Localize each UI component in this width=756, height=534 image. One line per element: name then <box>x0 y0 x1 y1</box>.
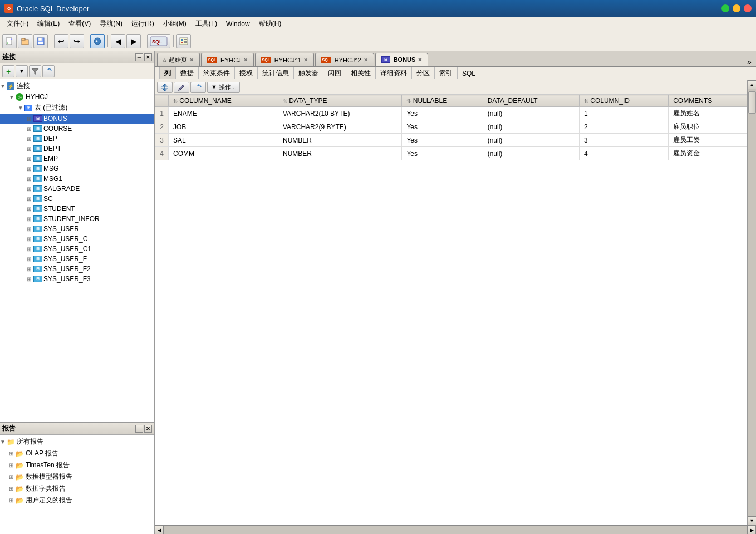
tree-item-data-modeler-reports[interactable]: ⊞ 📂 数据模型器报告 <box>0 471 154 483</box>
tree-item-timesten-reports[interactable]: ⊞ 📂 TimesTen 报告 <box>0 459 154 471</box>
scroll-track[interactable] <box>748 89 757 516</box>
subtab-constraints[interactable]: 约束条件 <box>199 67 235 79</box>
tree-item-sys-user-f[interactable]: ⊞ ⊟ SYS_USER_F <box>0 254 154 264</box>
toolbar-save-btn[interactable] <box>33 34 48 48</box>
tab-bonus[interactable]: ⊟ BONUS ✕ <box>375 53 429 66</box>
subtab-columns[interactable]: 列 <box>159 67 176 79</box>
col-data-default[interactable]: DATA_DEFAULT <box>483 95 579 107</box>
subtab-dependencies[interactable]: 相关性 <box>346 67 376 79</box>
tree-item-connections[interactable]: ▼ ⚡ 连接 <box>0 80 154 92</box>
subtab-triggers[interactable]: 触发器 <box>294 67 323 79</box>
menu-run[interactable]: 运行(R) <box>127 18 159 30</box>
tree-item-student-infor[interactable]: ⊞ ⊟ STUDENT_INFOR <box>0 214 154 224</box>
tab-hyhcj1[interactable]: SQL HYHCJ^1 ✕ <box>255 53 314 66</box>
tree-item-student[interactable]: ⊞ ⊟ STUDENT <box>0 204 154 214</box>
pane-close-btn[interactable]: ✕ <box>144 53 152 61</box>
tree-item-user-defined-reports[interactable]: ⊞ 📂 用户定义的报告 <box>0 494 154 506</box>
scroll-right-btn[interactable]: ▶ <box>747 526 756 535</box>
horizontal-scrollbar[interactable]: ◀ ▶ <box>155 525 756 534</box>
table-row[interactable]: 3 SAL NUMBER Yes (null) 3 雇员工资 <box>155 134 747 147</box>
table-row[interactable]: 4 COMM NUMBER Yes (null) 4 雇员资金 <box>155 147 747 160</box>
toggle-dep[interactable]: ⊞ <box>27 136 33 142</box>
toggle-emp[interactable]: ⊞ <box>27 156 33 162</box>
edit-btn[interactable] <box>174 82 189 93</box>
hyhcj-tab-close[interactable]: ✕ <box>243 57 248 63</box>
col-comments[interactable]: COMMENTS <box>669 95 747 107</box>
filter-btn[interactable] <box>29 65 41 77</box>
tree-item-msg1[interactable]: ⊞ ⊟ MSG1 <box>0 174 154 184</box>
toggle-timesten[interactable]: ⊞ <box>9 462 16 468</box>
qishi-tab-close[interactable]: ✕ <box>189 57 194 63</box>
tree-item-data-dict-reports[interactable]: ⊞ 📂 数据字典报告 <box>0 483 154 494</box>
toggle-data-modeler[interactable]: ⊞ <box>9 474 16 480</box>
menu-team[interactable]: 小组(M) <box>159 18 191 30</box>
toggle-sys-user-c[interactable]: ⊞ <box>27 236 33 242</box>
toolbar-new-btn[interactable]: + <box>2 34 17 48</box>
toggle-course[interactable]: ⊞ <box>27 126 33 132</box>
toggle-student-infor[interactable]: ⊞ <box>27 216 33 222</box>
tree-item-dept[interactable]: ⊞ ⊟ DEPT <box>0 144 154 154</box>
tree-item-tables-folder[interactable]: ▼ ⊞ 表 (已过滤) <box>0 102 154 114</box>
right-vertical-scrollbar[interactable]: ▲ ▼ <box>747 80 756 525</box>
subtab-flashback[interactable]: 闪回 <box>323 67 346 79</box>
col-data-type[interactable]: ⇅ DATA_TYPE <box>278 95 402 107</box>
toggle-user-defined[interactable]: ⊞ <box>9 497 16 503</box>
tree-item-sys-user-f3[interactable]: ⊞ ⊟ SYS_USER_F3 <box>0 274 154 284</box>
hyhcj1-tab-close[interactable]: ✕ <box>303 57 308 63</box>
toolbar-connect-btn[interactable]: + <box>90 34 105 48</box>
toggle-sys-user[interactable]: ⊞ <box>27 226 33 232</box>
tree-item-dep[interactable]: ⊞ ⊟ DEP <box>0 134 154 144</box>
subtab-grants[interactable]: 授权 <box>235 67 258 79</box>
col-column-name[interactable]: ⇅ COLUMN_NAME <box>169 95 278 107</box>
col-column-id[interactable]: ⇅ COLUMN_ID <box>579 95 668 107</box>
menu-tools[interactable]: 工具(T) <box>191 18 222 30</box>
tree-item-sys-user-c1[interactable]: ⊞ ⊟ SYS_USER_C1 <box>0 244 154 254</box>
tree-item-emp[interactable]: ⊞ ⊟ EMP <box>0 154 154 164</box>
report-pane-minimize-btn[interactable]: ─ <box>135 425 143 433</box>
refresh-table-btn[interactable] <box>190 82 206 93</box>
toggle-msg[interactable]: ⊞ <box>27 166 33 172</box>
menu-view[interactable]: 查看(V) <box>64 18 95 30</box>
toggle-student[interactable]: ⊞ <box>27 206 33 212</box>
tree-item-salgrade[interactable]: ⊞ ⊟ SALGRADE <box>0 184 154 194</box>
toggle-connections[interactable]: ▼ <box>0 83 7 89</box>
tree-item-sys-user-f2[interactable]: ⊞ ⊟ SYS_USER_F2 <box>0 264 154 274</box>
subtab-data[interactable]: 数据 <box>176 67 199 79</box>
toolbar-forward-btn[interactable]: ▶ <box>126 34 141 48</box>
toolbar-open-btn[interactable] <box>18 34 32 48</box>
bonus-tab-close[interactable]: ✕ <box>418 57 422 63</box>
tab-hyhcj2[interactable]: SQL HYHCJ^2 ✕ <box>315 53 374 66</box>
scroll-thumb[interactable] <box>748 91 756 114</box>
table-row[interactable]: 2 JOB VARCHAR2(9 BYTE) Yes (null) 2 雇员职位 <box>155 120 747 134</box>
toggle-dept[interactable]: ⊞ <box>27 146 33 152</box>
scroll-up-btn[interactable]: ▲ <box>748 80 757 89</box>
toggle-hyhcj[interactable]: ▼ <box>9 94 16 100</box>
scroll-down-btn[interactable]: ▼ <box>748 516 757 525</box>
toolbar-redo-btn[interactable]: ↪ <box>70 34 84 48</box>
pane-minimize-btn[interactable]: ─ <box>135 53 143 61</box>
toggle-tables[interactable]: ▼ <box>18 105 24 111</box>
subtab-partitions[interactable]: 分区 <box>412 67 435 79</box>
tab-qishi[interactable]: ⌂ 起始页 ✕ <box>157 53 200 66</box>
menu-navigate[interactable]: 导航(N) <box>95 18 127 30</box>
new-connection-btn[interactable]: + <box>2 65 14 77</box>
toolbar-report-btn[interactable] <box>176 34 191 48</box>
actions-dropdown-btn[interactable]: ▼ 操作... <box>207 82 240 93</box>
tree-item-bonus[interactable]: ⊞ ⊟ BONUS <box>0 114 154 124</box>
tree-item-sys-user-c[interactable]: ⊞ ⊟ SYS_USER_C <box>0 234 154 244</box>
dropdown-btn[interactable]: ▼ <box>16 65 28 77</box>
toolbar-undo-btn[interactable]: ↩ <box>54 34 68 48</box>
tree-item-course[interactable]: ⊞ ⊟ COURSE <box>0 124 154 134</box>
toggle-olap[interactable]: ⊞ <box>9 450 16 457</box>
tab-hyhcj[interactable]: SQL HYHCJ ✕ <box>201 53 254 66</box>
freeze-column-btn[interactable] <box>157 82 173 93</box>
tree-item-sys-user[interactable]: ⊞ ⊟ SYS_USER <box>0 224 154 234</box>
menu-window[interactable]: Window <box>222 19 254 29</box>
minimize-button[interactable] <box>721 4 729 12</box>
tree-item-msg[interactable]: ⊞ ⊟ MSG <box>0 164 154 174</box>
report-pane-close-btn[interactable]: ✕ <box>144 425 152 433</box>
scroll-left-btn[interactable]: ◀ <box>155 526 164 535</box>
tree-item-olap-reports[interactable]: ⊞ 📂 OLAP 报告 <box>0 448 154 459</box>
toggle-msg1[interactable]: ⊞ <box>27 176 33 182</box>
toolbar-sql-btn[interactable]: SQL <box>147 34 170 48</box>
